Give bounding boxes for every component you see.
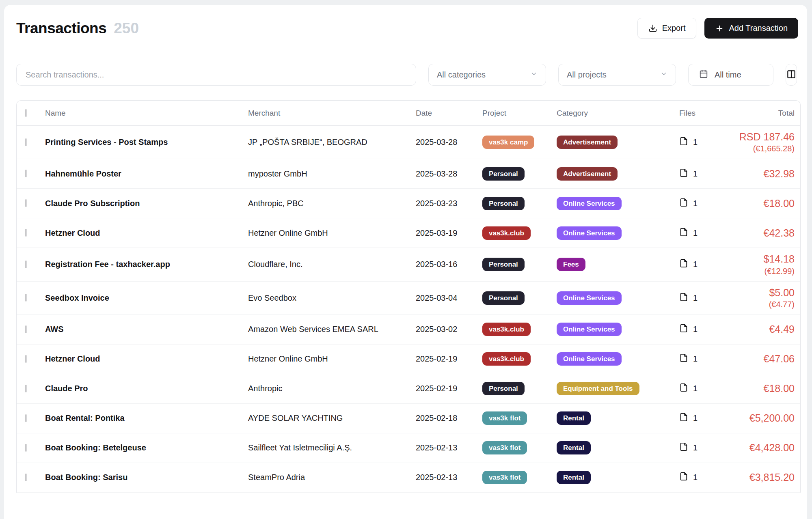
transaction-name: Hahnemühle Poster	[45, 169, 248, 179]
topbar: Transactions 250 Export Add Transaction	[12, 15, 799, 39]
row-checkbox[interactable]	[26, 474, 26, 481]
table-row[interactable]: Boat Booking: Sarisu SteamPro Adria 2025…	[17, 463, 800, 493]
table-row[interactable]: Registration Fee - taxhacker.app Cloudfl…	[17, 248, 800, 281]
transaction-name: Boat Booking: Sarisu	[45, 473, 248, 482]
download-icon	[648, 24, 657, 33]
project-badge: Personal	[482, 258, 525, 271]
column-header-project: Project	[482, 109, 557, 118]
file-count: 1	[693, 384, 698, 393]
file-icon	[679, 472, 688, 483]
project-badge: vas3k camp	[482, 136, 534, 149]
chevron-down-icon	[530, 70, 538, 80]
chevron-down-icon	[660, 70, 667, 80]
table-row[interactable]: Claude Pro Anthropic 2025-02-19 Personal…	[17, 374, 800, 404]
file-icon	[679, 198, 688, 209]
project-badge: vas3k flot	[482, 471, 527, 484]
file-icon	[679, 413, 688, 424]
file-icon	[679, 353, 688, 364]
category-badge: Rental	[557, 471, 591, 484]
column-header-files: Files	[679, 109, 731, 118]
categories-filter[interactable]: All categories	[428, 64, 546, 86]
row-checkbox[interactable]	[26, 414, 26, 422]
table-row[interactable]: Seedbox Invoice Evo Seedbox 2025-03-04 P…	[17, 282, 800, 315]
table-row[interactable]: Hetzner Cloud Hetzner Online GmbH 2025-0…	[17, 218, 800, 248]
row-checkbox[interactable]	[26, 138, 26, 146]
transaction-total: €47.06	[731, 353, 795, 365]
table-row[interactable]: Hetzner Cloud Hetzner Online GmbH 2025-0…	[17, 345, 800, 374]
time-range-filter[interactable]: All time	[688, 64, 773, 86]
table-row[interactable]: Printing Services - Post Stamps JP „POŠT…	[17, 126, 800, 159]
column-header-merchant: Merchant	[248, 109, 416, 118]
transactions-page: Transactions 250 Export Add Transaction	[4, 5, 807, 519]
transaction-date: 2025-02-19	[416, 384, 482, 393]
projects-filter-value: All projects	[567, 70, 607, 80]
table-row[interactable]: Boat Rental: Pontika AYDE SOLAR YACHTING…	[17, 404, 800, 433]
file-icon	[679, 228, 688, 239]
transaction-name: Hetzner Cloud	[45, 354, 248, 364]
transaction-total: $14.18	[731, 253, 795, 265]
column-visibility-button[interactable]	[786, 64, 797, 86]
transaction-total-converted: (€12.99)	[731, 266, 795, 276]
category-badge: Fees	[557, 258, 585, 271]
calendar-icon	[699, 69, 708, 80]
transaction-total-converted: (€1,665.28)	[731, 143, 795, 154]
row-checkbox[interactable]	[26, 170, 26, 177]
row-checkbox[interactable]	[26, 294, 26, 301]
transaction-total: €18.00	[731, 197, 795, 210]
project-badge: Personal	[482, 167, 525, 181]
transaction-total: RSD 187.46	[731, 131, 795, 143]
row-checkbox[interactable]	[26, 325, 26, 333]
table-row[interactable]: Claude Pro Subscription Anthropic, PBC 2…	[17, 189, 800, 218]
transaction-date: 2025-02-13	[416, 443, 482, 452]
category-badge: Rental	[557, 441, 591, 454]
file-icon	[679, 383, 688, 394]
file-count: 1	[693, 354, 698, 364]
column-header-total: Total	[731, 109, 800, 118]
category-badge: Advertisement	[557, 136, 618, 149]
transaction-date: 2025-02-18	[416, 413, 482, 423]
transaction-date: 2025-02-13	[416, 473, 482, 482]
export-button-label: Export	[662, 24, 686, 33]
table-header-row: Name Merchant Date Project Category File…	[17, 101, 800, 126]
projects-filter[interactable]: All projects	[558, 64, 676, 86]
export-button[interactable]: Export	[637, 18, 697, 39]
transaction-merchant: AYDE SOLAR YACHTING	[248, 413, 416, 423]
transaction-date: 2025-03-28	[416, 169, 482, 179]
add-transaction-button-label: Add Transaction	[729, 24, 788, 33]
row-checkbox[interactable]	[26, 199, 26, 207]
project-badge: vas3k.club	[482, 352, 531, 366]
row-checkbox[interactable]	[26, 385, 26, 392]
category-badge: Online Services	[557, 352, 622, 366]
add-transaction-button[interactable]: Add Transaction	[704, 18, 798, 39]
transaction-date: 2025-03-04	[416, 293, 482, 303]
file-icon	[679, 168, 688, 179]
category-badge: Online Services	[557, 197, 622, 210]
column-header-category: Category	[557, 109, 679, 118]
table-row[interactable]: AWS Amazon Web Services EMEA SARL 2025-0…	[17, 315, 800, 345]
project-badge: vas3k.club	[482, 323, 531, 336]
transaction-merchant: Evo Seedbox	[248, 293, 416, 303]
row-checkbox[interactable]	[26, 229, 26, 237]
select-all-checkbox[interactable]	[26, 109, 26, 117]
search-input[interactable]	[26, 70, 407, 80]
transaction-total: €3,815.20	[731, 471, 795, 484]
transaction-total: $5.00	[731, 286, 795, 299]
transaction-merchant: Cloudflare, Inc.	[248, 260, 416, 269]
row-checkbox[interactable]	[26, 444, 26, 452]
transaction-name: Hetzner Cloud	[45, 228, 248, 238]
file-count: 1	[693, 228, 698, 238]
file-count: 1	[693, 443, 698, 452]
transaction-date: 2025-03-19	[416, 228, 482, 238]
transaction-name: Registration Fee - taxhacker.app	[45, 260, 248, 269]
row-checkbox[interactable]	[26, 355, 26, 363]
row-checkbox[interactable]	[26, 261, 26, 268]
transaction-merchant: JP „POŠTA SRBIJE“, BEOGRAD	[248, 138, 416, 147]
transaction-name: Boat Booking: Betelgeuse	[45, 443, 248, 452]
transaction-date: 2025-02-19	[416, 354, 482, 364]
table-row[interactable]: Boat Booking: Betelgeuse Sailfleet Yat I…	[17, 433, 800, 463]
project-badge: Personal	[482, 291, 525, 305]
table-row[interactable]: Hahnemühle Poster myposter GmbH 2025-03-…	[17, 159, 800, 189]
file-icon	[679, 442, 688, 453]
transaction-merchant: Hetzner Online GmbH	[248, 354, 416, 364]
transaction-date: 2025-03-02	[416, 325, 482, 334]
